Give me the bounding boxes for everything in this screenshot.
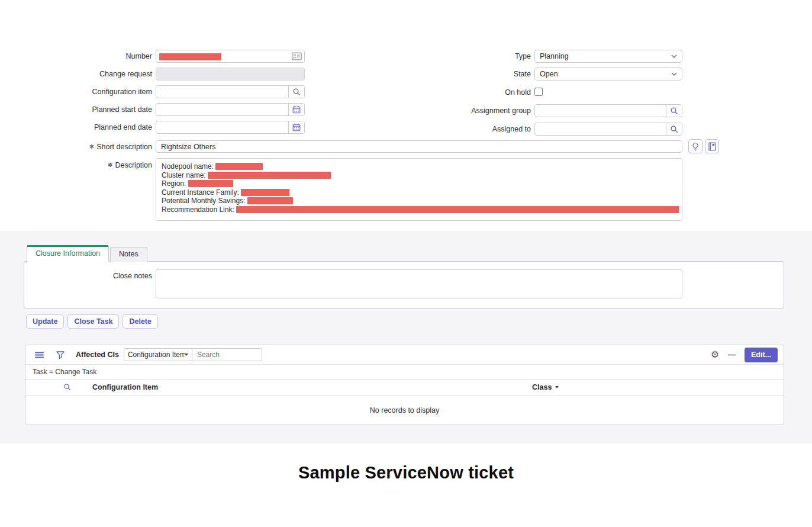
section-tabs: Closure Information Notes [27,245,147,262]
assigned-to-search-icon[interactable] [666,123,682,135]
on-hold-checkbox[interactable] [534,88,543,96]
redacted-value [247,197,293,204]
short-description-field[interactable] [156,140,682,153]
tab-closure-information[interactable]: Closure Information [27,245,109,262]
preview-record-icon[interactable] [289,50,304,62]
configuration-item-field[interactable] [156,85,305,98]
state-label: State [379,68,531,81]
caret-down-icon [555,386,559,388]
state-select[interactable]: Open [534,68,682,81]
affected-cis-toolbar: Affected CIs Configuration Item ( ⚙ Edit… [25,345,784,365]
type-label: Type [379,50,531,63]
calendar-icon[interactable] [288,104,304,115]
assigned-to-field[interactable] [534,123,682,136]
number-field[interactable] [156,50,305,63]
list-menu-hamburger-icon[interactable] [35,352,44,358]
tab-notes[interactable]: Notes [110,247,147,262]
list-filter-breadcrumb[interactable]: Task = Change Task [25,365,784,380]
image-caption: Sample ServiceNow ticket [0,463,812,483]
assignment-group-search-icon[interactable] [666,105,682,117]
calendar-icon[interactable] [288,121,304,133]
suggestion-lightbulb-icon[interactable] [688,139,703,153]
redacted-value [236,206,679,213]
list-search-input[interactable] [192,348,262,361]
change-request-label: Change request [24,68,152,81]
redacted-value [208,172,331,179]
assignment-group-label: Assignment group [379,104,531,117]
column-header-configuration-item[interactable]: Configuration Item [92,380,158,395]
column-header-class[interactable]: Class [532,380,559,395]
description-line: Recommendation Link: [162,205,676,214]
description-line: Cluster name: [162,171,676,180]
knowledge-book-icon[interactable] [705,139,719,153]
assigned-to-input[interactable] [535,123,666,135]
planned-start-date-label: Planned start date [24,103,152,116]
list-settings-gear-icon[interactable]: ⚙ [711,350,719,359]
empty-list-message: No records to display [25,396,784,425]
type-select[interactable]: Planning [534,50,682,63]
delete-button[interactable]: Delete [123,314,158,329]
close-notes-textarea[interactable] [156,269,682,298]
state-select-value: Open [535,70,558,78]
redacted-value [188,180,233,187]
edit-button[interactable]: Edit... [745,348,778,362]
type-select-value: Planning [535,52,569,60]
mandatory-indicator: ✱ [108,162,112,168]
caret-down-icon [185,354,188,356]
configuration-item-label: Configuration item [24,85,152,98]
on-hold-label: On hold [379,86,531,99]
planned-end-date-label: Planned end date [24,121,152,134]
planned-end-date-input[interactable] [156,121,288,133]
assigned-to-label: Assigned to [379,123,531,136]
mandatory-indicator: ✱ [89,143,94,150]
search-column-dropdown[interactable]: Configuration Item ( [124,348,192,361]
chevron-down-icon [671,54,682,58]
assignment-group-field[interactable] [534,104,682,117]
change-request-field [156,68,305,81]
description-line: Current Instance Family: [162,188,676,197]
planned-start-date-field[interactable] [156,103,305,116]
collapse-list-minus-icon[interactable] [728,354,736,356]
update-button[interactable]: Update [26,314,64,329]
planned-start-date-input[interactable] [156,104,288,115]
chevron-down-icon [671,72,682,76]
redacted-value [241,189,289,196]
description-line: Nodepool name: [162,162,676,171]
description-line: Region: [162,179,676,188]
close-notes-label: Close notes [24,269,152,282]
description-label: ✱Description [24,159,152,172]
short-description-input[interactable] [156,141,682,152]
close-task-button[interactable]: Close Task [67,314,119,329]
description-line: Potential Monthly Savings: [162,197,676,205]
list-header-row: Configuration Item Class [25,380,784,396]
form-action-buttons: Update Close Task Delete [26,314,158,329]
servicenow-ticket-page: Number Change request Configuration item [0,0,812,527]
number-redaction [156,51,221,62]
configuration-item-search-icon[interactable] [288,86,304,98]
redacted-value [215,163,263,170]
filter-funnel-icon[interactable] [56,351,65,359]
number-label: Number [24,50,152,63]
column-search-icon[interactable] [63,383,71,393]
search-column-dropdown-value: Configuration Item ( [128,351,185,359]
planned-end-date-field[interactable] [156,121,305,134]
configuration-item-input[interactable] [156,86,288,98]
assignment-group-input[interactable] [535,105,666,117]
description-textarea[interactable]: Nodepool name: Cluster name: Region: Cur… [156,158,682,221]
affected-cis-title: Affected CIs [76,351,119,359]
affected-cis-list: Affected CIs Configuration Item ( ⚙ Edit… [25,345,784,425]
short-description-label: ✱Short description [24,140,152,154]
